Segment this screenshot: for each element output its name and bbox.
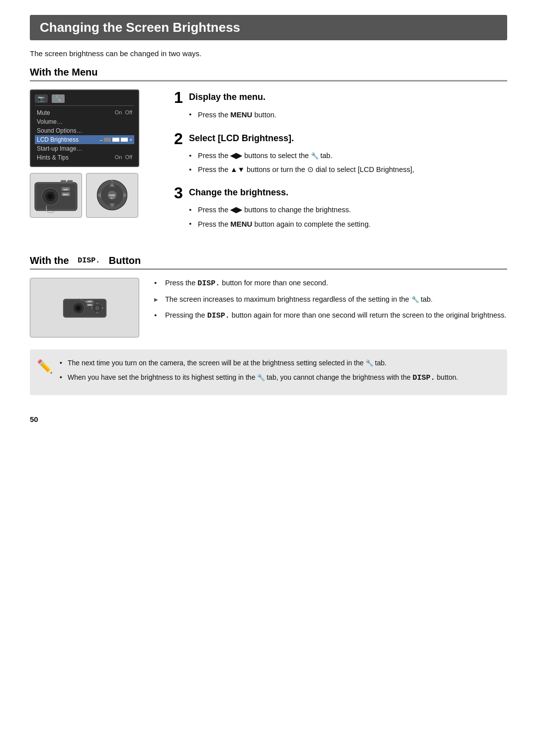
wrench-tab: 🔧 (52, 94, 65, 103)
svg-point-4 (48, 194, 53, 199)
camera-left-image: DISP MENU (30, 173, 82, 218)
svg-rect-9 (61, 180, 66, 183)
section2-heading-suffix: Button (109, 255, 141, 266)
camera-tab: 📷 (35, 94, 48, 103)
section2-header: With the DISP. Button (30, 255, 507, 270)
menu-screen: 📷 🔧 Mute On Off Volume… Sound Options… L… (30, 89, 139, 167)
disp-arrow-1: The screen increases to maximum brightne… (154, 294, 507, 305)
menu-row-hints: Hints & Tips On Off (35, 153, 134, 162)
step-1-header: 1 Display the menu. (174, 89, 507, 105)
svg-point-25 (76, 306, 80, 310)
step-1-bullet-1: Press the MENU button. (189, 109, 507, 121)
step-2-bullet-2: Press the ▲▼ buttons or turn the ⊙ dial … (189, 165, 507, 175)
svg-point-37 (86, 301, 87, 302)
section1-header: With the Menu (30, 67, 507, 82)
step-3-number: 3 (174, 185, 185, 201)
section1-heading: With the Menu (30, 67, 97, 78)
step-2-header: 2 Select [LCD Brightness]. (174, 131, 507, 147)
camera-img-row: DISP MENU (30, 173, 159, 218)
menu-row-mute: Mute On Off (35, 108, 134, 117)
note-list: The next time you turn on the camera, th… (60, 357, 497, 384)
step-1-title: Display the menu. (189, 89, 266, 103)
note-box: ✏️ The next time you turn on the camera,… (30, 349, 507, 395)
note-item-2: When you have set the brightness to its … (60, 372, 497, 384)
step-2: 2 Select [LCD Brightness]. Press the ◀▶ … (174, 131, 507, 175)
svg-text:DISP: DISP (64, 189, 68, 191)
step-1: 1 Display the menu. Press the MENU butto… (174, 89, 507, 121)
disp-bullets: Press the DISP. button for more than one… (154, 278, 507, 327)
step-2-number: 2 (174, 131, 185, 147)
intro-text: The screen brightness can be changed in … (30, 49, 507, 58)
svg-text:🔧: 🔧 (111, 179, 114, 182)
step-3-title: Change the brightness. (189, 185, 288, 198)
step-2-bullets: Press the ◀▶ buttons to select the 🔧 tab… (174, 151, 507, 175)
menu-row-startup: Start-up Image… (35, 144, 134, 153)
step-3: 3 Change the brightness. Press the ◀▶ bu… (174, 185, 507, 230)
menu-tabs: 📷 🔧 (35, 94, 134, 106)
menu-row-volume: Volume… (35, 117, 134, 126)
menu-row-lcd: LCD Brightness – + (35, 135, 134, 144)
step-3-bullets: Press the ◀▶ buttons to change the brigh… (174, 205, 507, 230)
section2-heading-prefix: With the (30, 255, 69, 266)
step-1-bullets: Press the MENU button. (174, 109, 507, 121)
note-icon: ✏️ (37, 356, 53, 377)
camera-right-image: FUNC SET 🔧 (86, 173, 138, 218)
step-2-bullet-1: Press the ◀▶ buttons to select the 🔧 tab… (189, 151, 507, 162)
svg-rect-10 (67, 180, 73, 183)
svg-point-32 (95, 306, 99, 310)
svg-text:DISP: DISP (88, 301, 91, 303)
camera-left-svg: DISP MENU (32, 175, 80, 215)
step-3-bullet-1: Press the ◀▶ buttons to change the brigh… (189, 205, 507, 216)
right-column: 1 Display the menu. Press the MENU butto… (174, 89, 507, 240)
disp-camera-image-container: DISP MENU (30, 278, 139, 337)
svg-text:MENU: MENU (88, 304, 92, 306)
page-number: 50 (30, 415, 507, 423)
left-column: 📷 🔧 Mute On Off Volume… Sound Options… L… (30, 89, 159, 240)
disp-bullet-2: Pressing the DISP. button again for more… (154, 310, 507, 322)
svg-text:SET: SET (110, 197, 114, 199)
disp-bullet-1: Press the DISP. button for more than one… (154, 278, 507, 290)
step-3-header: 3 Change the brightness. (174, 185, 507, 201)
section2-disp-label: DISP. (78, 256, 100, 265)
step-3-bullet-2: Press the MENU button again to complete … (189, 219, 507, 230)
note-item-1: The next time you turn on the camera, th… (60, 357, 497, 369)
svg-text:MENU: MENU (63, 194, 69, 196)
step-1-number: 1 (174, 89, 185, 105)
step-2-title: Select [LCD Brightness]. (189, 131, 294, 144)
page-title: Changing the Screen Brightness (30, 15, 507, 40)
menu-row-sound: Sound Options… (35, 126, 134, 135)
disp-section-layout: DISP MENU Press the DISP. button for mor… (30, 278, 507, 337)
menu-section-layout: 📷 🔧 Mute On Off Volume… Sound Options… L… (30, 89, 507, 240)
camera-right-svg: FUNC SET 🔧 (89, 175, 136, 215)
disp-camera-svg: DISP MENU (61, 288, 108, 328)
disp-camera-image: DISP MENU (30, 278, 139, 337)
